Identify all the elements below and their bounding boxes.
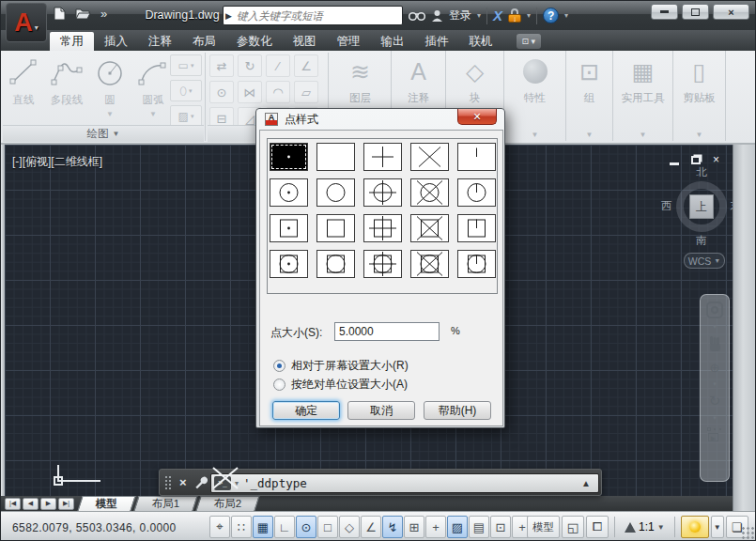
layout-nav-last-button[interactable]: ▶| [58,498,74,510]
modify-tool-trim[interactable]: ∕ [266,54,290,77]
point-style-option-13[interactable] [410,214,449,242]
restore-button[interactable] [682,4,709,20]
ribbon-tab-联机[interactable]: 联机 [459,32,503,51]
rectangle-tool[interactable]: ▭▾ [170,54,202,76]
point-style-option-17[interactable] [363,250,402,278]
cancel-button[interactable]: 取消 [347,401,415,420]
modify-tool-erase[interactable]: ∠ [294,54,318,77]
open-file-icon[interactable] [75,8,91,20]
ribbon-tab-布局[interactable]: 布局 [182,32,226,51]
chevron-down-icon[interactable]: ▾ [191,113,194,120]
chevron-down-icon[interactable]: ▼ [106,110,114,118]
viewcube-top-face[interactable]: 上 [689,194,714,219]
drawing-minimize-icon[interactable] [670,155,679,165]
chevron-down-icon[interactable]: ▼ [696,131,703,139]
command-input-field[interactable]: >_ ▾ '_ddptype ▲ [210,473,599,493]
layout-nav-next-button[interactable]: ▶ [40,498,56,510]
minimize-button[interactable] [651,4,678,20]
quick-view-layouts-icon[interactable]: ◱ [562,516,584,538]
search-binoculars-icon[interactable] [409,9,425,22]
toggle-3d-object-snap[interactable]: ◇ [339,516,360,538]
toggle-snap-mode[interactable]: ∷ [231,516,252,538]
exchange-apps-icon[interactable]: X [493,8,502,23]
hatch-tool[interactable]: ▨▾ [170,105,202,127]
point-style-option-0[interactable] [270,143,308,171]
application-menu-button[interactable]: A ▾ [6,3,47,42]
chevron-down-icon[interactable]: ▾ [713,414,717,422]
drawing-close-icon[interactable]: × [713,153,719,166]
ok-button[interactable]: 确定 [272,401,340,420]
new-file-icon[interactable] [54,7,66,21]
layout-nav-prev-button[interactable]: ◀ [23,498,39,510]
layout-nav-first-button[interactable]: |◀ [5,498,21,510]
annotation-visibility-button[interactable] [681,516,709,538]
dialog-close-button[interactable]: ✕ [457,109,497,125]
ribbon-panel-特性[interactable]: 特性▼ [504,51,566,141]
chevron-down-icon[interactable]: ▼ [586,131,594,139]
toggle-lineweight[interactable]: + [425,516,446,538]
point-style-option-8[interactable] [410,178,449,207]
point-style-option-6[interactable] [316,178,355,207]
ribbon-panel-实用工具[interactable]: ▦实用工具▼ [613,51,673,141]
ribbon-panel-组[interactable]: ⊡组▼ [566,51,613,141]
command-text[interactable]: '_ddptype [243,476,307,490]
point-style-option-2[interactable] [363,143,402,171]
ribbon-panel-剪贴板[interactable]: ▯剪贴板▼ [673,51,726,141]
point-style-option-15[interactable] [270,250,308,278]
toggle-grid-display[interactable]: ▦ [253,516,273,538]
qat-more-button[interactable]: » [100,7,107,21]
draw-tool-圆弧[interactable]: 圆弧▼ [134,54,172,118]
help-dropdown-icon[interactable]: ▾ [564,11,568,20]
draw-tool-直线[interactable]: 直线 [5,54,42,118]
point-style-option-4[interactable] [457,143,496,171]
point-style-option-14[interactable] [457,214,496,242]
modify-tool-mirror[interactable]: ⋈ [238,81,262,103]
chevron-down-icon[interactable]: ▾ [189,87,193,95]
ribbon-tab-插入[interactable]: 插入 [94,32,138,51]
annotation-scale-control[interactable]: 1:1 ▼ [621,516,669,538]
draw-tool-多段线[interactable]: 多段线 [48,54,85,118]
toggle-object-snap[interactable]: □ [317,516,338,538]
chevron-down-icon[interactable]: ▼ [640,131,647,139]
draw-tool-圆[interactable]: 圆▼ [91,54,129,118]
toggle-infer-constraints[interactable]: ⌖ [209,516,230,538]
steering-wheel-icon[interactable] [704,300,725,320]
ribbon-tab-常用[interactable]: 常用 [50,32,94,51]
modify-tool-copy[interactable]: ⊙ [209,81,234,103]
point-size-input[interactable] [334,322,440,341]
drawing-restore-icon[interactable] [691,156,701,164]
model-space-button[interactable]: 模型 [527,516,560,538]
toggle-selection-cycling[interactable]: ⊡ [490,516,511,538]
chevron-down-icon[interactable]: ▾ [713,323,717,331]
point-style-option-16[interactable] [316,250,355,278]
zoom-icon[interactable]: ⊕ [704,357,725,378]
showmotion-icon[interactable]: ▶ [704,425,725,445]
draw-panel-strip[interactable]: 绘图 ▼ [3,125,204,142]
point-style-option-5[interactable] [270,178,308,207]
viewport-controls-label[interactable]: [-][俯视][二维线框] [12,154,102,170]
sign-in-button[interactable]: 登录 [449,8,471,23]
point-style-option-11[interactable] [316,214,355,242]
point-style-option-7[interactable] [363,178,402,207]
ribbon-tab-管理[interactable]: 管理 [327,32,371,51]
layout-tab-布局1[interactable]: 布局1 [133,496,198,511]
ribbon-tab-注释[interactable]: 注释 [138,32,182,51]
wcs-dropdown[interactable]: WCS ▼ [684,253,725,269]
point-style-option-19[interactable] [457,250,496,278]
layout-tab-布局2[interactable]: 布局2 [196,496,261,511]
bulb-dropdown-icon[interactable]: ▼ [711,516,724,538]
quick-view-drawings-icon[interactable]: ⧠ [586,516,609,538]
chevron-down-icon[interactable]: ▾ [191,62,194,70]
ribbon-tab-输出[interactable]: 输出 [371,32,415,51]
viewcube-south[interactable]: 南 [696,234,707,248]
ribbon-overflow-button[interactable]: ⊡ ▾ [517,34,542,49]
wrench-customize-icon[interactable] [193,475,208,489]
point-style-option-3[interactable] [410,143,449,171]
ribbon-tab-插件[interactable]: 插件 [415,32,459,51]
point-style-option-18[interactable] [410,250,449,278]
modify-tool-move[interactable]: ⇄ [209,54,234,77]
size-mode-radio-0[interactable]: 相对于屏幕设置大小(R) [273,356,409,375]
chevron-down-icon[interactable]: ▾ [713,380,717,388]
orbit-icon[interactable]: ↻ [704,391,725,411]
signin-dropdown-icon[interactable]: ▾ [477,11,481,20]
